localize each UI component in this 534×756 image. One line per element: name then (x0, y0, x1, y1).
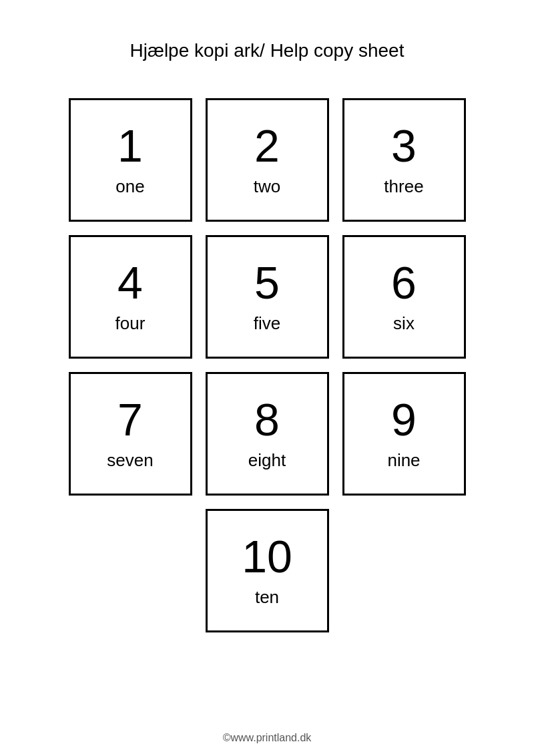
digit-6: 6 (391, 260, 417, 305)
card-1: 1one (69, 98, 192, 222)
card-3: 3three (342, 98, 466, 222)
footer-credit: ©www.printland.dk (223, 732, 312, 744)
word-1: one (115, 176, 144, 197)
word-4: four (115, 313, 146, 334)
digit-8: 8 (254, 397, 280, 442)
word-5: five (254, 313, 280, 334)
card-8: 8eight (206, 372, 329, 496)
word-9: nine (387, 450, 420, 471)
word-3: three (384, 176, 423, 197)
card-6: 6six (342, 235, 466, 359)
word-8: eight (248, 450, 286, 471)
digit-7: 7 (117, 397, 143, 442)
word-7: seven (107, 450, 153, 471)
number-grid: 1one2two3three4four5five6six7seven8eight… (69, 98, 466, 496)
word-2: two (254, 176, 280, 197)
card-5: 5five (206, 235, 329, 359)
digit-2: 2 (254, 123, 280, 168)
digit-1: 1 (117, 123, 143, 168)
card-2: 2two (206, 98, 329, 222)
digit-4: 4 (117, 260, 143, 305)
bottom-row: 10 ten (206, 509, 329, 632)
card-10: 10 ten (206, 509, 329, 632)
digit-5: 5 (254, 260, 280, 305)
card-4: 4four (69, 235, 192, 359)
word-6: six (393, 313, 415, 334)
digit-3: 3 (391, 123, 417, 168)
word-10: ten (255, 587, 279, 608)
card-9: 9nine (342, 372, 466, 496)
page-title: Hjælpe kopi ark/ Help copy sheet (130, 40, 405, 61)
digit-10: 10 (242, 534, 292, 579)
card-7: 7seven (69, 372, 192, 496)
digit-9: 9 (391, 397, 417, 442)
